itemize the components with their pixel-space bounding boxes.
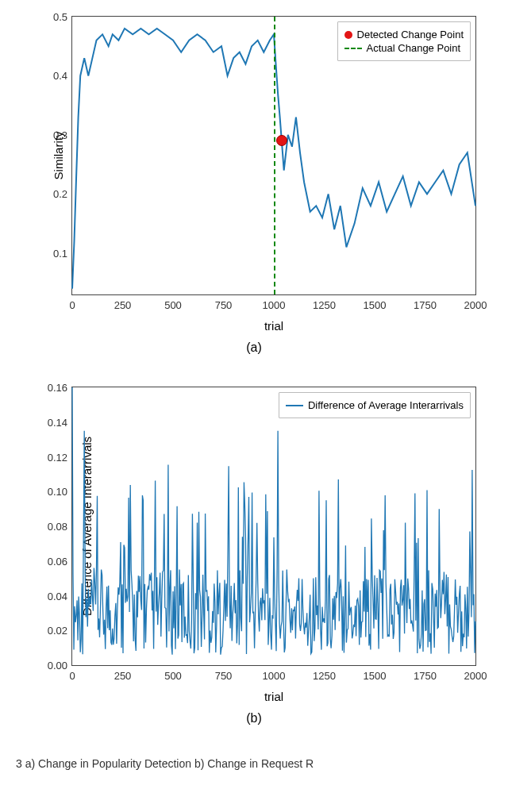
x-tick: 0 [69,670,75,682]
x-tick: 750 [215,299,233,311]
blue-line-icon [286,405,303,406]
x-axis-label-a: trial [71,319,476,333]
legend-item: Detected Change Point [344,29,464,40]
x-tick: 1750 [414,670,437,682]
y-tick: 0.10 [48,486,67,498]
y-tick: 0.02 [48,625,67,637]
x-tick: 750 [215,670,233,682]
plot-area-b: Difference of Average Interarrivals Diff… [71,387,476,666]
x-tick: 0 [69,299,75,311]
legend-label: Detected Change Point [357,29,464,40]
legend-a: Detected Change Point Actual Change Poin… [337,21,471,61]
legend-label: Actual Change Point [367,42,461,54]
x-tick: 250 [114,299,132,311]
legend-label: Difference of Average Interarrivals [308,399,464,411]
x-tick: 1500 [364,299,387,311]
legend-b: Difference of Average Interarrivals [279,392,471,418]
y-tick: 0.08 [48,521,67,533]
chart-a: Similarity Detected Change Point Actual … [16,16,492,355]
y-tick: 0.14 [48,416,67,428]
y-tick: 0.4 [53,70,67,82]
x-tick: 500 [164,670,182,682]
x-tick: 1500 [364,670,387,682]
x-tick: 1000 [263,670,286,682]
figure-caption: 3 a) Change in Popularity Detection b) C… [16,757,492,770]
y-tick: 0.2 [53,188,67,200]
x-axis-label-b: trial [71,690,476,703]
x-tick: 1750 [414,299,437,311]
x-tick: 2000 [464,670,487,682]
x-tick: 2000 [464,299,487,311]
y-tick: 0.04 [48,590,67,602]
subfig-label-a: (a) [16,341,492,355]
actual-change-line [274,17,275,294]
data-line [72,387,475,665]
subfig-label-b: (b) [16,711,492,725]
detected-change-point [276,135,287,146]
y-tick: 0.1 [53,247,67,259]
x-tick: 1250 [313,299,336,311]
x-tick: 500 [164,299,182,311]
red-dot-icon [344,31,352,39]
y-tick: 0.5 [53,11,67,23]
legend-item: Difference of Average Interarrivals [286,399,464,411]
y-tick: 0.16 [48,382,67,394]
y-tick: 0.12 [48,451,67,463]
y-tick: 0.06 [48,555,67,567]
x-tick: 250 [114,670,132,682]
plot-area-a: Similarity Detected Change Point Actual … [71,16,476,295]
chart-b: Difference of Average Interarrivals Diff… [16,387,492,725]
y-tick: 0.00 [48,660,67,672]
x-tick: 1000 [263,299,286,311]
x-tick: 1250 [313,670,336,682]
y-tick: 0.3 [53,129,67,140]
legend-item: Actual Change Point [344,42,464,54]
green-dash-icon [344,48,362,49]
